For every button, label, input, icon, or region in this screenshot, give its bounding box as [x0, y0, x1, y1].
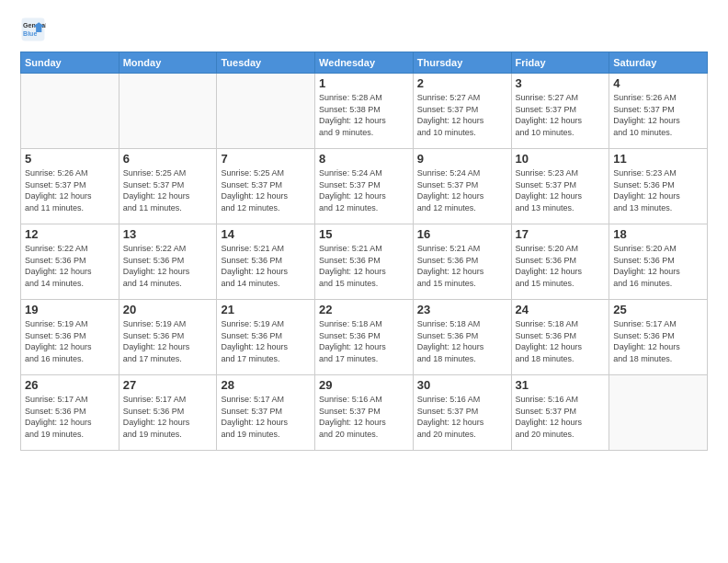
calendar-cell: 6Sunrise: 5:25 AM Sunset: 5:37 PM Daylig…	[119, 149, 217, 224]
day-number: 30	[417, 378, 507, 392]
day-number: 8	[319, 152, 409, 166]
calendar-cell	[609, 375, 708, 451]
header-wednesday: Wednesday	[315, 52, 414, 74]
header-sunday: Sunday	[21, 52, 119, 74]
day-number: 20	[123, 303, 213, 316]
calendar-week-row: 19Sunrise: 5:19 AM Sunset: 5:36 PM Dayli…	[21, 300, 708, 375]
day-info: Sunrise: 5:18 AM Sunset: 5:36 PM Dayligh…	[516, 318, 606, 364]
calendar-cell: 25Sunrise: 5:17 AM Sunset: 5:36 PM Dayli…	[609, 300, 708, 375]
svg-text:Blue: Blue	[23, 30, 37, 37]
calendar-page: General Blue Sunday Monday Tuesday Wedne…	[0, 0, 728, 563]
header-tuesday: Tuesday	[217, 52, 315, 74]
logo: General Blue	[20, 17, 46, 42]
calendar-cell	[217, 74, 315, 149]
day-info: Sunrise: 5:16 AM Sunset: 5:37 PM Dayligh…	[417, 394, 507, 440]
calendar-cell: 5Sunrise: 5:26 AM Sunset: 5:37 PM Daylig…	[21, 149, 119, 224]
calendar-cell: 18Sunrise: 5:20 AM Sunset: 5:36 PM Dayli…	[609, 224, 708, 300]
day-info: Sunrise: 5:23 AM Sunset: 5:37 PM Dayligh…	[516, 167, 606, 213]
day-info: Sunrise: 5:17 AM Sunset: 5:37 PM Dayligh…	[221, 394, 311, 440]
day-number: 17	[516, 227, 606, 241]
day-number: 15	[319, 227, 409, 241]
calendar-cell: 24Sunrise: 5:18 AM Sunset: 5:36 PM Dayli…	[511, 300, 609, 375]
calendar-cell: 21Sunrise: 5:19 AM Sunset: 5:36 PM Dayli…	[217, 300, 315, 375]
calendar-cell: 8Sunrise: 5:24 AM Sunset: 5:37 PM Daylig…	[315, 149, 414, 224]
calendar-cell	[119, 74, 217, 149]
calendar-cell: 14Sunrise: 5:21 AM Sunset: 5:36 PM Dayli…	[217, 224, 315, 300]
calendar-cell: 30Sunrise: 5:16 AM Sunset: 5:37 PM Dayli…	[413, 375, 511, 451]
day-number: 23	[417, 303, 507, 316]
day-number: 7	[221, 152, 311, 166]
day-number: 5	[25, 152, 115, 166]
day-number: 11	[613, 152, 703, 166]
calendar-cell: 12Sunrise: 5:22 AM Sunset: 5:36 PM Dayli…	[21, 224, 119, 300]
logo-icon: General Blue	[20, 17, 46, 42]
calendar-cell: 27Sunrise: 5:17 AM Sunset: 5:36 PM Dayli…	[119, 375, 217, 451]
day-number: 27	[123, 378, 213, 392]
day-number: 29	[319, 378, 409, 392]
day-info: Sunrise: 5:22 AM Sunset: 5:36 PM Dayligh…	[25, 243, 115, 289]
day-info: Sunrise: 5:27 AM Sunset: 5:37 PM Dayligh…	[516, 92, 606, 138]
calendar-cell: 15Sunrise: 5:21 AM Sunset: 5:36 PM Dayli…	[315, 224, 414, 300]
weekday-header-row: Sunday Monday Tuesday Wednesday Thursday…	[21, 52, 708, 74]
day-info: Sunrise: 5:18 AM Sunset: 5:36 PM Dayligh…	[319, 318, 409, 364]
calendar-week-row: 1Sunrise: 5:28 AM Sunset: 5:38 PM Daylig…	[21, 74, 708, 149]
calendar-cell: 28Sunrise: 5:17 AM Sunset: 5:37 PM Dayli…	[217, 375, 315, 451]
day-info: Sunrise: 5:19 AM Sunset: 5:36 PM Dayligh…	[123, 318, 213, 364]
day-number: 13	[123, 227, 213, 241]
calendar-cell: 17Sunrise: 5:20 AM Sunset: 5:36 PM Dayli…	[511, 224, 609, 300]
calendar-cell: 3Sunrise: 5:27 AM Sunset: 5:37 PM Daylig…	[511, 74, 609, 149]
day-info: Sunrise: 5:25 AM Sunset: 5:37 PM Dayligh…	[221, 167, 311, 213]
day-number: 31	[516, 378, 606, 392]
calendar-cell: 19Sunrise: 5:19 AM Sunset: 5:36 PM Dayli…	[21, 300, 119, 375]
day-number: 12	[25, 227, 115, 241]
day-number: 22	[319, 303, 409, 316]
calendar-cell: 16Sunrise: 5:21 AM Sunset: 5:36 PM Dayli…	[413, 224, 511, 300]
day-info: Sunrise: 5:21 AM Sunset: 5:36 PM Dayligh…	[319, 243, 409, 289]
day-info: Sunrise: 5:20 AM Sunset: 5:36 PM Dayligh…	[613, 243, 703, 289]
day-info: Sunrise: 5:21 AM Sunset: 5:36 PM Dayligh…	[221, 243, 311, 289]
calendar-cell: 26Sunrise: 5:17 AM Sunset: 5:36 PM Dayli…	[21, 375, 119, 451]
calendar-week-row: 26Sunrise: 5:17 AM Sunset: 5:36 PM Dayli…	[21, 375, 708, 451]
day-info: Sunrise: 5:24 AM Sunset: 5:37 PM Dayligh…	[417, 167, 507, 213]
calendar-cell: 31Sunrise: 5:16 AM Sunset: 5:37 PM Dayli…	[511, 375, 609, 451]
day-info: Sunrise: 5:19 AM Sunset: 5:36 PM Dayligh…	[25, 318, 115, 364]
day-number: 28	[221, 378, 311, 392]
calendar-cell: 22Sunrise: 5:18 AM Sunset: 5:36 PM Dayli…	[315, 300, 414, 375]
day-number: 9	[417, 152, 507, 166]
day-info: Sunrise: 5:21 AM Sunset: 5:36 PM Dayligh…	[417, 243, 507, 289]
calendar-cell: 9Sunrise: 5:24 AM Sunset: 5:37 PM Daylig…	[413, 149, 511, 224]
day-info: Sunrise: 5:25 AM Sunset: 5:37 PM Dayligh…	[123, 167, 213, 213]
calendar-cell: 11Sunrise: 5:23 AM Sunset: 5:36 PM Dayli…	[609, 149, 708, 224]
day-info: Sunrise: 5:17 AM Sunset: 5:36 PM Dayligh…	[613, 318, 703, 364]
day-number: 1	[319, 76, 409, 90]
header-saturday: Saturday	[609, 52, 708, 74]
calendar-cell: 23Sunrise: 5:18 AM Sunset: 5:36 PM Dayli…	[413, 300, 511, 375]
day-info: Sunrise: 5:16 AM Sunset: 5:37 PM Dayligh…	[319, 394, 409, 440]
day-info: Sunrise: 5:26 AM Sunset: 5:37 PM Dayligh…	[25, 167, 115, 213]
calendar-cell: 4Sunrise: 5:26 AM Sunset: 5:37 PM Daylig…	[609, 74, 708, 149]
day-number: 6	[123, 152, 213, 166]
day-info: Sunrise: 5:24 AM Sunset: 5:37 PM Dayligh…	[319, 167, 409, 213]
day-info: Sunrise: 5:19 AM Sunset: 5:36 PM Dayligh…	[221, 318, 311, 364]
calendar-cell: 29Sunrise: 5:16 AM Sunset: 5:37 PM Dayli…	[315, 375, 414, 451]
header-monday: Monday	[119, 52, 217, 74]
calendar-cell: 1Sunrise: 5:28 AM Sunset: 5:38 PM Daylig…	[315, 74, 414, 149]
day-number: 14	[221, 227, 311, 241]
calendar-cell: 10Sunrise: 5:23 AM Sunset: 5:37 PM Dayli…	[511, 149, 609, 224]
calendar-table: Sunday Monday Tuesday Wednesday Thursday…	[20, 52, 708, 451]
day-info: Sunrise: 5:20 AM Sunset: 5:36 PM Dayligh…	[516, 243, 606, 289]
day-number: 3	[516, 76, 606, 90]
calendar-cell	[21, 74, 119, 149]
day-number: 4	[613, 76, 703, 90]
day-info: Sunrise: 5:28 AM Sunset: 5:38 PM Dayligh…	[319, 92, 409, 138]
day-info: Sunrise: 5:18 AM Sunset: 5:36 PM Dayligh…	[417, 318, 507, 364]
day-info: Sunrise: 5:27 AM Sunset: 5:37 PM Dayligh…	[417, 92, 507, 138]
day-number: 24	[516, 303, 606, 316]
calendar-cell: 20Sunrise: 5:19 AM Sunset: 5:36 PM Dayli…	[119, 300, 217, 375]
calendar-week-row: 5Sunrise: 5:26 AM Sunset: 5:37 PM Daylig…	[21, 149, 708, 224]
day-number: 21	[221, 303, 311, 316]
calendar-week-row: 12Sunrise: 5:22 AM Sunset: 5:36 PM Dayli…	[21, 224, 708, 300]
day-info: Sunrise: 5:17 AM Sunset: 5:36 PM Dayligh…	[25, 394, 115, 440]
day-number: 26	[25, 378, 115, 392]
day-info: Sunrise: 5:17 AM Sunset: 5:36 PM Dayligh…	[123, 394, 213, 440]
